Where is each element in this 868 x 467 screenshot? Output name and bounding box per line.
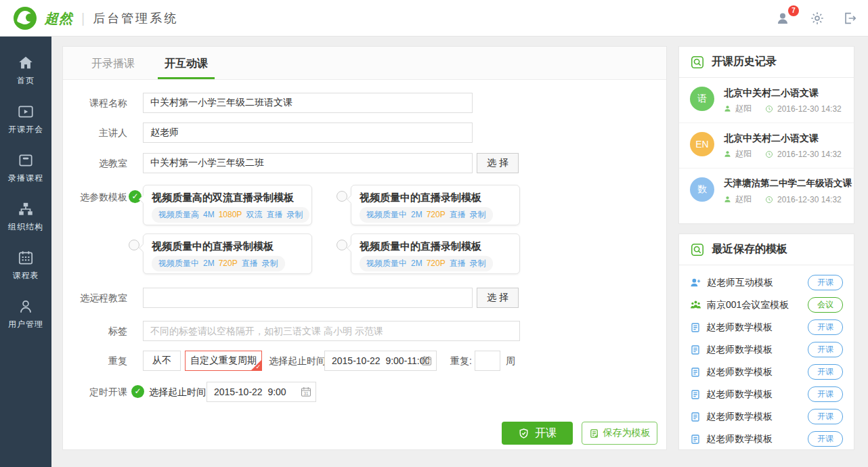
- template-radio[interactable]: [337, 240, 347, 250]
- template-search-icon: [690, 242, 705, 257]
- template-selected-check-icon[interactable]: ✓: [129, 190, 142, 203]
- template-card[interactable]: 视频质量中的直播录制模板 视频质量中2M720P直播录制: [351, 234, 520, 274]
- template-action-button[interactable]: 开课: [808, 275, 843, 290]
- template-card[interactable]: 视频质量中的直播录制模板 视频质量中2M720P直播录制: [143, 234, 312, 274]
- history-teacher: 赵阳: [735, 148, 752, 160]
- history-panel: 开课历史记录 语 北京中关村二小语文课 赵阳 2016-12-30 14:32 …: [678, 46, 854, 224]
- teacher-input[interactable]: [143, 123, 473, 143]
- remote-classroom-select-button[interactable]: 选 择: [477, 288, 519, 308]
- history-time: 2016-12-30 14:32: [777, 195, 842, 204]
- subject-avatar: 语: [690, 87, 714, 111]
- remote-classroom-input[interactable]: [143, 288, 473, 308]
- timed-start-range-label: 选择起止时间：: [149, 382, 215, 402]
- template-action-button[interactable]: 开课: [808, 409, 843, 424]
- calendar-icon[interactable]: 31: [421, 355, 432, 366]
- template-action-button[interactable]: 开课: [808, 364, 843, 380]
- history-course-title: 天津塘沽第二中学二年级语文课: [724, 177, 852, 190]
- template-list-item[interactable]: 赵老师数学模板 开课: [679, 316, 854, 338]
- sidebar-item-recorded-courses[interactable]: 录播课程: [0, 143, 51, 192]
- sidebar-item-label: 开课开会: [8, 124, 43, 135]
- tags-input[interactable]: [143, 321, 520, 341]
- template-action-button[interactable]: 会议: [808, 297, 843, 313]
- logout-icon[interactable]: [842, 11, 857, 26]
- template-list-item[interactable]: 赵老师数学模板 开课: [679, 383, 854, 405]
- template-card-tags: 视频质量中2M720P直播录制: [152, 256, 285, 271]
- tag: 直播: [450, 210, 466, 219]
- template-list-item[interactable]: 赵老师数学模板 开课: [679, 338, 854, 361]
- save-as-template-button[interactable]: 保存为模板: [582, 422, 657, 445]
- brand-logo-icon: [14, 7, 37, 30]
- sidebar-item-start-class[interactable]: 开课开会: [0, 95, 51, 143]
- sidebar-nav: 首页 开课开会 录播课程 组织结构 课程表 用户管理: [0, 37, 51, 467]
- template-action-button[interactable]: 开课: [808, 386, 843, 402]
- meeting-icon: [690, 299, 701, 311]
- sidebar-item-home[interactable]: 首页: [0, 46, 51, 95]
- history-teacher: 赵阳: [735, 194, 752, 205]
- template-action-button[interactable]: 开课: [808, 342, 843, 357]
- gear-icon[interactable]: [810, 11, 825, 26]
- template-list-item[interactable]: 南京001会议室模板 会议: [679, 294, 854, 316]
- start-class-button[interactable]: 开课: [502, 422, 573, 445]
- template-list-item[interactable]: 赵老师互动模板 开课: [679, 271, 854, 294]
- history-item[interactable]: 语 北京中关村二小语文课 赵阳 2016-12-30 14:32: [679, 78, 854, 123]
- home-icon: [17, 54, 35, 72]
- template-action-button[interactable]: 开课: [808, 319, 843, 335]
- sidebar-item-label: 组织结构: [8, 221, 43, 233]
- repeat-count-input[interactable]: [475, 351, 500, 371]
- brand-area: 超然 | 后台管理系统: [14, 7, 178, 30]
- template-name: 赵老师互动模板: [707, 277, 802, 289]
- sidebar-item-label: 用户管理: [8, 319, 43, 330]
- tags-label: 标签: [63, 321, 127, 341]
- template-action-button[interactable]: 开课: [808, 431, 843, 447]
- video-icon: [17, 103, 35, 120]
- template-list-item[interactable]: 赵老师数学模板 开课: [679, 361, 854, 383]
- tab-recorded-class[interactable]: 开录播课: [87, 47, 139, 79]
- template-name: 赵老师数学模板: [706, 366, 802, 378]
- sidebar-item-org-structure[interactable]: 组织结构: [0, 192, 51, 241]
- template-list-item[interactable]: 赵老师数学模板 开课: [679, 405, 854, 428]
- template-card[interactable]: 视频质量高的双流直播录制模板 视频质量高4M1080P双流直播录制: [143, 185, 312, 225]
- tag: 直播: [266, 210, 282, 219]
- sidebar-item-timetable[interactable]: 课程表: [0, 241, 51, 290]
- user-notification-icon[interactable]: 7: [776, 10, 792, 26]
- course-name-input[interactable]: [143, 93, 473, 113]
- course-name-label: 课程名称: [63, 93, 127, 113]
- clock-icon: [765, 105, 773, 113]
- tag: 2M: [411, 210, 422, 219]
- repeat-label: 重复: [63, 351, 127, 371]
- tag: 2M: [203, 259, 215, 268]
- sidebar-item-label: 录播课程: [8, 173, 43, 184]
- tag: 视频质量高: [158, 210, 199, 219]
- classroom-input[interactable]: [143, 153, 473, 173]
- clock-icon: [765, 150, 773, 158]
- repeat-custom-button[interactable]: 自定义重复周期✓: [185, 351, 262, 371]
- template-name: 赵老师数学模板: [706, 433, 802, 445]
- tag: 720P: [219, 259, 238, 268]
- tag: 720P: [427, 210, 446, 219]
- template-radio[interactable]: [337, 191, 347, 202]
- template-card[interactable]: 视频质量中的直播录制模板 视频质量中2M720P直播录制: [351, 185, 520, 225]
- classroom-label: 选教室: [63, 153, 127, 173]
- template-radio[interactable]: [129, 240, 139, 250]
- repeat-range-input[interactable]: [324, 351, 437, 371]
- timed-start-check-icon[interactable]: ✓: [131, 385, 144, 398]
- sidebar-item-user-management[interactable]: 用户管理: [0, 290, 51, 338]
- calendar-icon[interactable]: 31: [301, 386, 311, 397]
- classroom-select-button[interactable]: 选 择: [477, 153, 519, 173]
- repeat-count-label: 重复:: [450, 351, 472, 371]
- tag: 直播: [450, 259, 466, 268]
- document-icon: [690, 344, 701, 355]
- timed-start-input[interactable]: [207, 382, 316, 402]
- history-item[interactable]: 数 天津塘沽第二中学二年级语文课 赵阳 2016-12-30 14:32: [679, 169, 854, 213]
- param-template-label: 选参数模板: [63, 187, 127, 207]
- tag: 1080P: [219, 210, 242, 219]
- app-header: 超然 | 后台管理系统 7: [0, 0, 868, 37]
- saved-templates-panel: 最近保存的模板 赵老师互动模板 开课 南京001会议室模板 会议 赵老师数学模板…: [678, 234, 854, 450]
- repeat-never-button[interactable]: 从不: [143, 351, 181, 371]
- document-icon: [690, 434, 701, 445]
- template-list-item[interactable]: 赵老师数学模板 开课: [679, 428, 854, 450]
- svg-text:31: 31: [424, 360, 429, 365]
- calendar-icon: [17, 249, 35, 267]
- tab-interactive-class[interactable]: 开互动课: [160, 47, 212, 79]
- history-item[interactable]: EN 北京中关村二小语文课 赵阳 2016-12-30 14:32: [679, 123, 854, 169]
